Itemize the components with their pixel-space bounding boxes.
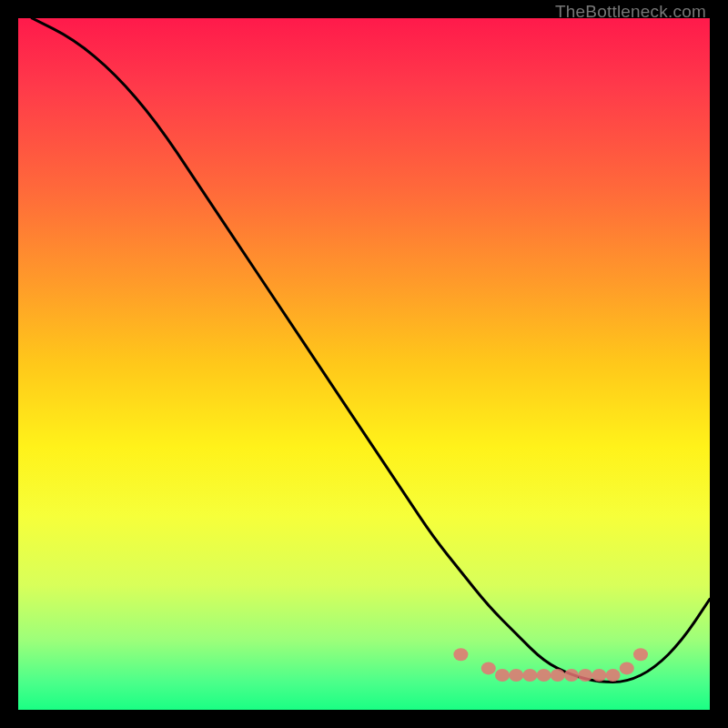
gradient-background [18,18,710,710]
chart-frame: TheBottleneck.com [18,18,710,710]
